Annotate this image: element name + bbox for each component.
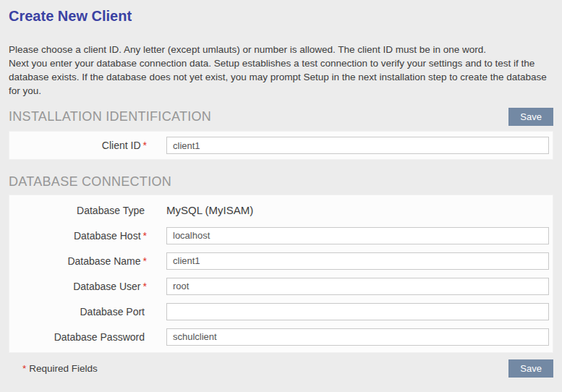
required-asterisk: * xyxy=(143,255,147,267)
database-host-label: Database Host* xyxy=(9,230,147,242)
field-label-text: Database Port xyxy=(80,306,145,318)
intro-line-1: Please choose a client ID. Any letter (e… xyxy=(9,43,553,56)
intro-line-2: Next you enter your database connection … xyxy=(9,58,547,96)
form-row-database-type: Database Type MySQL (MyISAM) xyxy=(9,197,553,223)
save-button-bottom[interactable]: Save xyxy=(508,359,553,378)
form-row-database-host: Database Host* xyxy=(9,223,553,248)
form-row-database-name: Database Name* xyxy=(9,248,553,273)
page-title: Create New Client xyxy=(9,0,553,25)
database-section-header: DATABASE CONNECTION xyxy=(9,172,553,191)
database-user-label: Database User* xyxy=(9,281,147,292)
field-label-text: Database Name xyxy=(67,255,140,267)
field-label-text: Client ID xyxy=(102,140,141,151)
database-name-control xyxy=(166,252,549,270)
field-label-text: Database Type xyxy=(77,205,145,216)
required-asterisk: * xyxy=(143,140,147,151)
installation-section-title: INSTALLATION IDENTIFICATION xyxy=(9,109,211,124)
database-password-input[interactable] xyxy=(166,328,549,346)
required-note-text: Required Fields xyxy=(29,363,98,374)
database-name-input[interactable] xyxy=(166,252,549,270)
database-port-control xyxy=(166,303,549,320)
footer-bar: *Required Fields Save xyxy=(9,359,553,378)
database-user-input[interactable] xyxy=(166,278,549,295)
database-user-control xyxy=(166,278,549,295)
database-panel: Database Type MySQL (MyISAM) Database Ho… xyxy=(9,195,553,353)
form-row-client-id: Client ID* xyxy=(9,137,553,154)
client-id-control xyxy=(166,137,549,154)
database-port-label: Database Port xyxy=(9,306,147,318)
save-button-top[interactable]: Save xyxy=(508,108,553,126)
form-row-database-user: Database User* xyxy=(9,273,553,299)
database-name-label: Database Name* xyxy=(9,255,147,267)
database-type-value: MySQL (MyISAM) xyxy=(166,204,549,216)
database-password-control xyxy=(166,328,549,346)
setup-page: Create New Client Please choose a client… xyxy=(0,0,562,378)
form-row-database-password: Database Password xyxy=(9,324,553,349)
database-host-control xyxy=(166,227,549,244)
installation-panel: Client ID* xyxy=(9,131,553,160)
installation-section-header: INSTALLATION IDENTIFICATION Save xyxy=(9,107,553,126)
intro-text: Please choose a client ID. Any letter (e… xyxy=(9,43,553,98)
field-label-text: Database Password xyxy=(54,331,145,343)
database-host-input[interactable] xyxy=(166,227,549,244)
database-port-input[interactable] xyxy=(166,303,549,320)
required-asterisk: * xyxy=(22,363,26,374)
database-password-label: Database Password xyxy=(9,331,147,343)
required-asterisk: * xyxy=(143,281,147,292)
database-section-title: DATABASE CONNECTION xyxy=(9,174,171,189)
database-type-label: Database Type xyxy=(9,205,147,216)
client-id-label: Client ID* xyxy=(9,140,147,151)
database-type-control: MySQL (MyISAM) xyxy=(166,204,549,216)
field-label-text: Database User xyxy=(73,281,140,292)
required-asterisk: * xyxy=(143,230,147,242)
field-label-text: Database Host xyxy=(74,230,141,242)
form-row-database-port: Database Port xyxy=(9,299,553,324)
client-id-input[interactable] xyxy=(166,137,549,154)
required-fields-note: *Required Fields xyxy=(20,363,98,374)
